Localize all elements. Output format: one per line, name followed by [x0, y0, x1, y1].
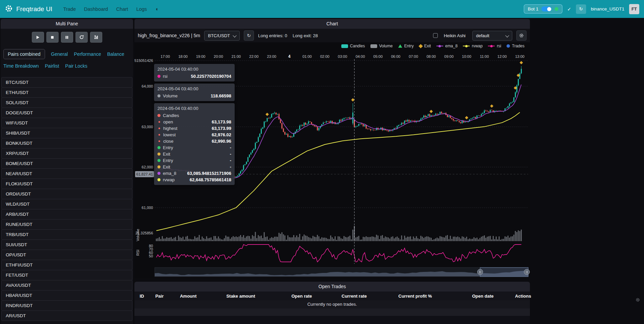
legend-item-ema-8[interactable]: ema_8 [436, 44, 458, 48]
tab-performance[interactable]: Performance [74, 51, 101, 57]
chart-refresh-button[interactable]: ↻ [244, 30, 254, 41]
tooltip-value: 63,173.98 [212, 119, 231, 124]
pair-row-near-usdt[interactable]: NEAR/USDT [1, 168, 132, 179]
pair-row-sui-usdt[interactable]: SUI/USDT [1, 239, 132, 250]
candles-dot-icon [157, 114, 160, 117]
refresh-button[interactable]: ↻ [576, 4, 586, 14]
tab-general[interactable]: General [51, 51, 68, 57]
tab-time-breakdown[interactable]: Time Breakdown [3, 63, 39, 69]
theme-toggle-icon[interactable]: ◐ [156, 6, 159, 12]
pair-row-avax-usdt[interactable]: AVAX/USDT [1, 280, 132, 291]
tab-balance[interactable]: Balance [107, 51, 124, 57]
legend-marker-volume [370, 44, 377, 48]
tooltip-label: Volume [163, 93, 177, 98]
pair-row-sol-usdt[interactable]: SOL/USDT [1, 97, 132, 108]
pair-row-ar-usdt[interactable]: AR/USDT [1, 310, 132, 321]
legend-label-exit: Exit [424, 44, 431, 48]
open-trades-empty-row [134, 308, 530, 316]
svg-text:23:00: 23:00 [267, 54, 276, 59]
pause-bot-button[interactable] [61, 32, 73, 43]
tooltip-label: Exit [163, 152, 170, 157]
plot-config-select[interactable]: default [472, 31, 512, 41]
legend-label-rsi: rsi [497, 44, 501, 48]
tooltip-value: - [230, 164, 231, 169]
legend-item-trades[interactable]: Trades [507, 44, 524, 48]
legend-label-candles: Candles [350, 44, 365, 48]
reload-config-button[interactable] [76, 32, 88, 43]
pair-row-bome-usdt[interactable]: BOME/USDT [1, 158, 132, 169]
start-bot-button[interactable] [32, 32, 44, 43]
legend-item-candles[interactable]: Candles [341, 44, 365, 48]
rsi-pane-label: RSI [136, 250, 140, 256]
stop-bot-button[interactable] [46, 32, 59, 43]
pair-row-xrp-usdt[interactable]: XRP/USDT [1, 148, 132, 159]
highest-dot-icon [158, 128, 160, 129]
tab-pair-locks[interactable]: Pair Locks [65, 63, 87, 69]
tooltip-row-volume: Volume118.66598 [157, 93, 231, 98]
svg-text:19:00: 19:00 [196, 54, 206, 59]
pair-select[interactable]: BTC/USDT [204, 31, 240, 41]
legend-item-volume[interactable]: Volume [370, 44, 393, 48]
tooltip-value: - [230, 145, 231, 150]
datazoom-handle[interactable] [477, 269, 483, 275]
bot-selector[interactable]: Bot 1 [524, 4, 563, 14]
svg-text:04:00: 04:00 [356, 54, 365, 59]
legend-marker-ema-8 [436, 46, 443, 46]
column-header-pair: Pair [149, 294, 170, 299]
pair-row-shib-usdt[interactable]: SHIB/USDT [1, 128, 132, 138]
svg-text:07:00: 07:00 [409, 54, 418, 59]
legend-item-exit[interactable]: Exit [419, 44, 431, 48]
svg-text:4: 4 [288, 54, 291, 59]
plot-settings-gear-icon[interactable] [516, 30, 527, 41]
trades-circle-icon [507, 44, 510, 48]
nav-link-chart[interactable]: Chart [116, 6, 128, 12]
cancel-open-order-button[interactable] [90, 32, 102, 43]
tooltip-label: highest [163, 126, 177, 131]
pair-row-trb-usdt[interactable]: TRB/USDT [1, 229, 132, 240]
pair-row-bonk-usdt[interactable]: BONK/USDT [1, 138, 132, 148]
pair-row-arb-usdt[interactable]: ARB/USDT [1, 209, 132, 219]
legend-item-entry[interactable]: Entry [398, 44, 414, 48]
rvwap-dot-icon [157, 178, 160, 181]
pair-row-hbar-usdt[interactable]: HBAR/USDT [1, 290, 132, 301]
pair-row-wif-usdt[interactable]: WIF/USDT [1, 118, 132, 128]
tooltip-value: 62,976.02 [212, 132, 231, 137]
nav-link-logs[interactable]: Logs [136, 6, 147, 12]
pair-row-rndr-usdt[interactable]: RNDR/USDT [1, 300, 132, 311]
pair-row-ethfi-usdt[interactable]: ETHFI/USDT [1, 260, 132, 270]
pair-row-op-usdt[interactable]: OP/USDT [1, 250, 132, 260]
legend-label-trades: Trades [512, 44, 524, 48]
heikin-ashi-checkbox[interactable] [433, 33, 438, 38]
pair-row-fet-usdt[interactable]: FET/USDT [1, 270, 132, 280]
pair-row-ordi-usdt[interactable]: ORDI/USDT [1, 189, 132, 199]
datazoom-handle[interactable] [524, 269, 530, 275]
legend-item-rvwap[interactable]: rvwap [463, 44, 482, 48]
tooltip-label: rvwap [163, 177, 175, 182]
bot-toggle[interactable] [541, 6, 552, 11]
tooltip-row-open: open63,173.98 [158, 119, 231, 124]
column-header-stake-amount: Stake amount [207, 294, 275, 299]
pair-row-wld-usdt[interactable]: WLD/USDT [1, 199, 132, 209]
tooltip-section: 2024-05-04 03:40:00rsi50.22577020190704 [154, 64, 235, 82]
nav-link-trade[interactable]: Trade [63, 6, 76, 12]
rsi-axis-labels: 80706050 [149, 244, 153, 258]
bot-controls [1, 29, 133, 46]
pair-row-rune-usdt[interactable]: RUNE/USDT [1, 219, 132, 230]
rsi-line [156, 245, 521, 262]
candlestick-chart[interactable]: CandlesVolumeEntryExitema_8rvwaprsiTrade… [134, 42, 530, 278]
tab-pairs-combined[interactable]: Pairs combined [3, 49, 45, 59]
pair-row-btc-usdt[interactable]: BTC/USDT [1, 77, 132, 88]
nav-link-dashboard[interactable]: Dashboard [84, 6, 108, 12]
svg-text:61,000: 61,000 [142, 206, 153, 210]
legend-item-rsi[interactable]: rsi [488, 44, 501, 48]
tooltip-value: 62,648.75785661418 [190, 177, 231, 182]
datazoom-slider[interactable] [155, 268, 530, 277]
pair-row-floki-usdt[interactable]: FLOKI/USDT [1, 179, 132, 189]
pair-row-eth-usdt[interactable]: ETH/USDT [1, 87, 132, 98]
tab-pairlist[interactable]: Pairlist [45, 63, 59, 69]
layout-settings-icon[interactable] [636, 297, 640, 303]
exchange-label: binance_USDT1 [591, 6, 624, 11]
chart-toolbar: high_frog_binance_v226 | 5m BTC/USDT ↻ L… [134, 29, 530, 42]
pair-row-doge-usdt[interactable]: DOGE/USDT [1, 108, 132, 118]
avatar[interactable]: FT [629, 4, 639, 14]
